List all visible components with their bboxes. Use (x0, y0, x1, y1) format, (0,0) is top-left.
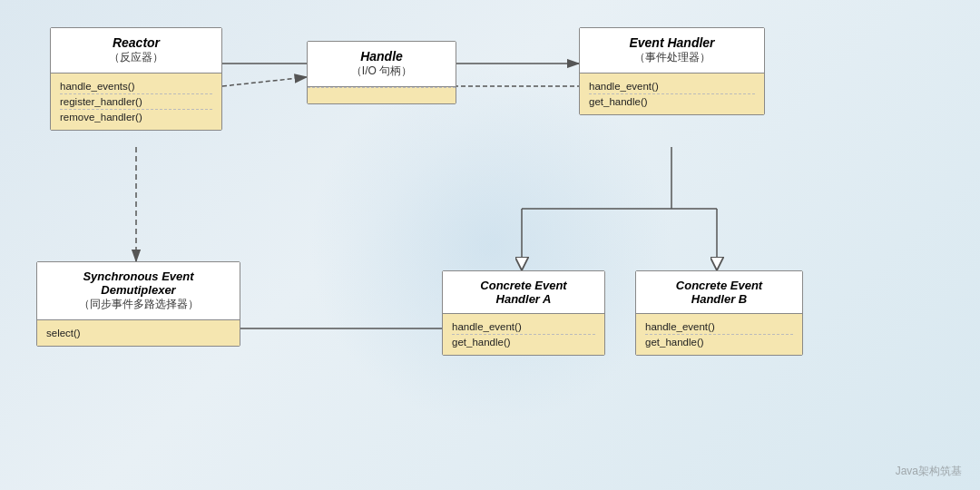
synchronous-name: Synchronous EventDemutiplexer (48, 270, 229, 297)
handle-subtitle: （I/O 句柄） (351, 64, 412, 77)
handle-name: Handle (318, 49, 445, 64)
diagram-container: Reactor （反应器） handle_events() register_h… (0, 0, 980, 490)
reactor-subtitle: （反应器） (109, 51, 163, 64)
handle-title: Handle （I/O 句柄） (308, 42, 456, 87)
event-handler-box: Event Handler （事件处理器） handle_event() get… (579, 27, 765, 115)
concrete-a-box: Concrete EventHandler A handle_event() g… (442, 270, 605, 356)
event-handler-method-1: handle_event() (589, 79, 755, 94)
handle-box: Handle （I/O 句柄） (307, 41, 456, 104)
event-handler-title: Event Handler （事件处理器） (580, 28, 764, 74)
watermark: Java架构筑基 (896, 464, 962, 479)
concrete-b-method-1: handle_event() (645, 319, 793, 335)
concrete-a-name: Concrete EventHandler A (454, 279, 593, 306)
reactor-name: Reactor (62, 35, 211, 50)
event-handler-method-2: get_handle() (589, 94, 755, 109)
reactor-title: Reactor （反应器） (51, 28, 221, 74)
reactor-methods: handle_events() register_handler() remov… (51, 74, 221, 130)
concrete-b-name: Concrete EventHandler B (647, 279, 791, 306)
reactor-box: Reactor （反应器） handle_events() register_h… (50, 27, 222, 131)
event-handler-subtitle: （事件处理器） (634, 51, 710, 64)
concrete-b-methods: handle_event() get_handle() (636, 314, 802, 355)
svg-line-4 (222, 77, 307, 86)
concrete-b-box: Concrete EventHandler B handle_event() g… (635, 270, 803, 356)
reactor-method-3: remove_handler() (60, 110, 212, 124)
concrete-a-method-1: handle_event() (452, 319, 595, 335)
synchronous-method-1: select() (46, 326, 230, 340)
concrete-a-method-2: get_handle() (452, 335, 595, 349)
synchronous-title: Synchronous EventDemutiplexer （同步事件多路选择器… (37, 262, 240, 320)
concrete-b-method-2: get_handle() (645, 335, 793, 349)
concrete-a-methods: handle_event() get_handle() (443, 314, 604, 355)
synchronous-subtitle: （同步事件多路选择器） (79, 298, 199, 310)
event-handler-methods: handle_event() get_handle() (580, 74, 764, 114)
concrete-b-title: Concrete EventHandler B (636, 271, 802, 314)
reactor-method-2: register_handler() (60, 94, 212, 110)
event-handler-name: Event Handler (591, 35, 753, 50)
synchronous-methods: select() (37, 320, 240, 346)
concrete-a-title: Concrete EventHandler A (443, 271, 604, 314)
reactor-method-1: handle_events() (60, 79, 212, 94)
synchronous-box: Synchronous EventDemutiplexer （同步事件多路选择器… (36, 261, 240, 347)
